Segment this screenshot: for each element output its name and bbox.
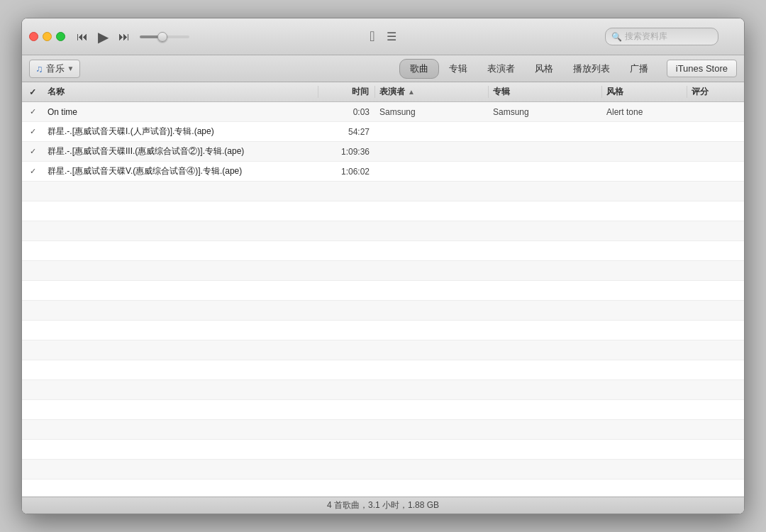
row-check[interactable]: ✓ bbox=[22, 167, 43, 176]
empty-row bbox=[22, 301, 744, 321]
empty-row bbox=[22, 460, 744, 480]
search-box[interactable]: 🔍 搜索资料库 bbox=[605, 28, 718, 45]
row-name: 群星.-.[惠威试音天碟I.(人声试音)].专辑.(ape) bbox=[43, 126, 318, 138]
search-input[interactable]: 搜索资料库 bbox=[625, 31, 712, 43]
empty-row bbox=[22, 420, 744, 440]
empty-row bbox=[22, 480, 744, 497]
traffic-lights bbox=[29, 32, 65, 41]
row-artist: Samsung bbox=[375, 107, 489, 117]
search-icon: 🔍 bbox=[611, 32, 622, 42]
music-note-icon: ♫ bbox=[35, 63, 43, 74]
tab-albums[interactable]: 专辑 bbox=[439, 60, 477, 78]
titlebar: ⏮ ▶ ⏭  ☰ 🔍 搜索资料库 bbox=[22, 18, 744, 55]
sort-arrow-icon: ▲ bbox=[408, 88, 415, 96]
apple-logo-icon:  bbox=[370, 28, 374, 45]
transport-controls: ⏮ ▶ ⏭ bbox=[74, 27, 189, 47]
empty-row bbox=[22, 380, 744, 400]
empty-row bbox=[22, 201, 744, 221]
col-check-header: ✓ bbox=[22, 87, 43, 97]
table-row[interactable]: ✓ 群星.-.[惠威试音天碟V.(惠威综合试音④)].专辑.(ape) 1:06… bbox=[22, 162, 744, 182]
row-check[interactable]: ✓ bbox=[22, 147, 43, 156]
empty-row bbox=[22, 182, 744, 201]
title-center:  ☰ bbox=[370, 28, 396, 45]
table-row[interactable]: ✓ 群星.-.[惠威试音天碟III.(惠威综合试音②)].专辑.(ape) 1:… bbox=[22, 142, 744, 162]
itunes-window: ⏮ ▶ ⏭  ☰ 🔍 搜索资料库 ♫ 音乐 ▼ 歌曲 专辑 表演者 风格 bbox=[21, 18, 745, 514]
rewind-button[interactable]: ⏮ bbox=[74, 29, 91, 45]
col-artist-header[interactable]: 表演者 ▲ bbox=[375, 86, 489, 98]
empty-row bbox=[22, 440, 744, 460]
row-name: 群星.-.[惠威试音天碟III.(惠威综合试音②)].专辑.(ape) bbox=[43, 145, 318, 157]
song-list: ✓ On time 0:03 Samsung Samsung Alert ton… bbox=[22, 102, 744, 497]
tab-genres[interactable]: 风格 bbox=[525, 60, 563, 78]
fast-forward-button[interactable]: ⏭ bbox=[116, 29, 133, 45]
empty-row bbox=[22, 221, 744, 241]
tab-playlists[interactable]: 播放列表 bbox=[563, 60, 620, 78]
statusbar-text: 4 首歌曲，3.1 小时，1.88 GB bbox=[327, 499, 439, 511]
play-button[interactable]: ▶ bbox=[95, 27, 111, 47]
empty-row bbox=[22, 400, 744, 420]
empty-row bbox=[22, 340, 744, 360]
row-album: Samsung bbox=[489, 107, 602, 117]
row-check[interactable]: ✓ bbox=[22, 127, 43, 136]
source-dropdown-arrow: ▼ bbox=[67, 65, 74, 72]
col-rating-header[interactable]: 评分 bbox=[687, 86, 744, 98]
col-name-header[interactable]: 名称 bbox=[43, 86, 318, 98]
menu-icon[interactable]: ☰ bbox=[387, 30, 396, 43]
row-check[interactable]: ✓ bbox=[22, 107, 43, 116]
row-name: 群星.-.[惠威试音天碟V.(惠威综合试音④)].专辑.(ape) bbox=[43, 165, 318, 177]
volume-slider[interactable] bbox=[140, 35, 189, 38]
statusbar: 4 首歌曲，3.1 小时，1.88 GB bbox=[22, 497, 744, 514]
music-source-selector[interactable]: ♫ 音乐 ▼ bbox=[29, 60, 80, 78]
row-time: 54:27 bbox=[318, 127, 375, 137]
tab-songs[interactable]: 歌曲 bbox=[399, 59, 439, 79]
maximize-button[interactable] bbox=[56, 32, 65, 41]
empty-row bbox=[22, 241, 744, 261]
minimize-button[interactable] bbox=[43, 32, 52, 41]
column-headers: ✓ 名称 时间 表演者 ▲ 专辑 风格 评分 bbox=[22, 82, 744, 102]
row-time: 0:03 bbox=[318, 107, 375, 117]
source-label: 音乐 bbox=[46, 62, 65, 75]
col-genre-header[interactable]: 风格 bbox=[602, 86, 687, 98]
col-time-header[interactable]: 时间 bbox=[318, 86, 375, 98]
row-name: On time bbox=[43, 107, 318, 117]
empty-row bbox=[22, 360, 744, 380]
table-row[interactable]: ✓ 群星.-.[惠威试音天碟I.(人声试音)].专辑.(ape) 54:27 bbox=[22, 122, 744, 142]
empty-row bbox=[22, 281, 744, 301]
close-button[interactable] bbox=[29, 32, 38, 41]
row-genre: Alert tone bbox=[602, 107, 687, 117]
itunes-store-button[interactable]: iTunes Store bbox=[667, 60, 737, 77]
col-album-header[interactable]: 专辑 bbox=[489, 86, 602, 98]
row-time: 1:09:36 bbox=[318, 147, 375, 157]
empty-row bbox=[22, 321, 744, 340]
row-time: 1:06:02 bbox=[318, 167, 375, 177]
volume-thumb bbox=[157, 32, 167, 42]
tab-radio[interactable]: 广播 bbox=[620, 60, 658, 78]
toolbar-nav: ♫ 音乐 ▼ 歌曲 专辑 表演者 风格 播放列表 广播 iTunes Store bbox=[22, 55, 744, 82]
table-row[interactable]: ✓ On time 0:03 Samsung Samsung Alert ton… bbox=[22, 102, 744, 122]
nav-tabs: 歌曲 专辑 表演者 风格 播放列表 广播 bbox=[399, 59, 658, 79]
tab-artists[interactable]: 表演者 bbox=[477, 60, 525, 78]
empty-row bbox=[22, 261, 744, 281]
